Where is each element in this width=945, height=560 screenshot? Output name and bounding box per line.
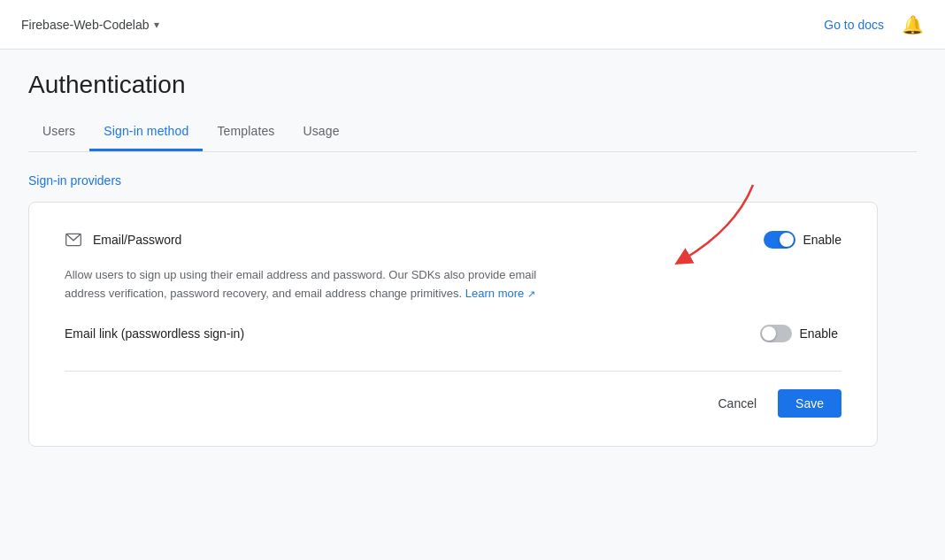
email-icon <box>65 231 82 249</box>
tab-sign-in-method[interactable]: Sign-in method <box>89 113 203 151</box>
sign-in-providers-card: Email/Password Enable Allow users to sig… <box>28 202 878 447</box>
email-link-toggle[interactable] <box>760 325 792 342</box>
email-password-label-group: Email/Password <box>65 231 181 249</box>
bell-icon[interactable]: 🔔 <box>902 14 924 35</box>
email-password-enable-label: Enable <box>803 233 841 247</box>
cancel-button[interactable]: Cancel <box>703 389 771 418</box>
chevron-down-icon: ▾ <box>154 19 159 31</box>
go-to-docs-link[interactable]: Go to docs <box>824 18 884 32</box>
card-actions: Cancel Save <box>65 371 841 418</box>
email-link-toggle-group: Enable <box>760 325 838 342</box>
learn-more-link[interactable]: Learn more ↗ <box>465 287 535 300</box>
toggle-thumb-off <box>762 326 776 341</box>
topbar: Firebase-Web-Codelab ▾ Go to docs 🔔 <box>0 0 945 50</box>
email-password-label: Email/Password <box>93 233 181 247</box>
toggle-thumb-on <box>780 233 794 247</box>
arrow-annotation <box>611 176 788 282</box>
topbar-actions: Go to docs 🔔 <box>824 14 924 35</box>
tabs: Users Sign-in method Templates Usage <box>28 113 917 152</box>
email-password-description: Allow users to sign up using their email… <box>65 266 560 303</box>
project-name: Firebase-Web-Codelab <box>21 18 149 32</box>
save-button[interactable]: Save <box>778 389 841 418</box>
email-password-toggle[interactable] <box>764 231 795 249</box>
email-link-row: Email link (passwordless sign-in) Enable <box>65 325 841 342</box>
project-selector[interactable]: Firebase-Web-Codelab ▾ <box>21 18 159 32</box>
section-label: Sign-in providers <box>28 173 917 188</box>
toggle-track-off <box>760 325 792 342</box>
tab-users[interactable]: Users <box>28 113 89 151</box>
external-link-icon: ↗ <box>527 288 535 299</box>
email-link-label: Email link (passwordless sign-in) <box>65 326 244 341</box>
email-password-toggle-group: Enable <box>764 231 841 249</box>
tab-usage[interactable]: Usage <box>288 113 353 151</box>
email-password-row: Email/Password Enable <box>65 231 841 249</box>
toggle-track-on <box>764 231 795 249</box>
page-content: Authentication Users Sign-in method Temp… <box>0 50 945 468</box>
email-link-enable-label: Enable <box>799 326 838 341</box>
page-title: Authentication <box>28 71 917 99</box>
tab-templates[interactable]: Templates <box>203 113 288 151</box>
